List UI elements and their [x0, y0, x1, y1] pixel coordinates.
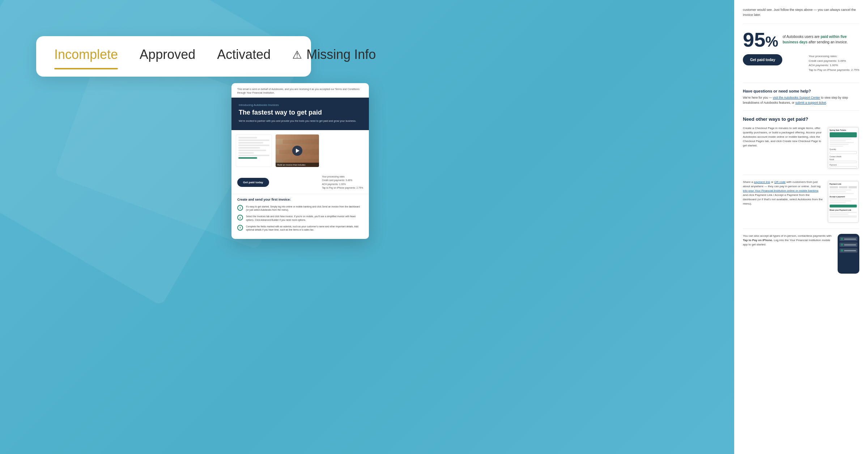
- stat-description-block: of Autobooks users are paid within five …: [783, 30, 859, 45]
- email-hero: Introducing Autobooks Invoices The faste…: [231, 98, 369, 130]
- main-get-paid-button[interactable]: Get paid today: [743, 54, 782, 65]
- tab-approved-label: Approved: [140, 47, 195, 62]
- phone-icon-1: [841, 238, 843, 240]
- payment-link[interactable]: payment link: [754, 180, 770, 184]
- qr-code-link[interactable]: QR code: [774, 180, 786, 184]
- email-video-section: Build an invoice that includes: [231, 130, 369, 171]
- help-support-link[interactable]: visit the Autobooks Support Center: [773, 96, 820, 99]
- email-hero-small-label: Introducing Autobooks Invoices: [239, 103, 362, 107]
- invoice-preview: [236, 134, 272, 167]
- step-3-number: 3: [237, 225, 243, 231]
- help-text-before: We're here for you —: [743, 96, 773, 99]
- payment-link-text-mid: or: [770, 180, 774, 184]
- right-panel-top-text: customer would see. Just follow the step…: [743, 7, 859, 24]
- phone-screen-item-1: [839, 237, 858, 241]
- right-panel: customer would see. Just follow the step…: [734, 0, 868, 454]
- email-rates-label: Your processing rates: [322, 175, 363, 179]
- phone-mock: [838, 234, 859, 274]
- help-section: Have questions or need some help? We're …: [743, 89, 859, 111]
- play-button[interactable]: [292, 146, 302, 156]
- tab-incomplete-label: Incomplete: [54, 47, 118, 62]
- checkout-text: Create a Checkout Page in minutes to sel…: [743, 127, 822, 147]
- stat-percent: %: [765, 34, 778, 50]
- phone-screen-item-3: [839, 248, 858, 253]
- video-caption: Build an invoice that includes: [276, 163, 319, 167]
- warning-icon: ⚠: [292, 48, 302, 61]
- processing-rates-label: Your processing rates:: [809, 54, 859, 59]
- checkout-way-image: Spring Sale Tickets Quantity Contact det…: [827, 126, 859, 170]
- other-ways-title: Need other ways to get paid?: [743, 116, 859, 122]
- email-tap-rate: Tap to Pay on iPhone payments: 2.75%: [322, 186, 363, 190]
- tap-text-before: You can also accept all types of in-pers…: [743, 234, 831, 237]
- step-1-text: It's easy to get started. Simply log int…: [246, 205, 363, 212]
- payment-mock: Payment Link Accept a payment: [828, 181, 859, 223]
- phone-screen-item-2: [839, 243, 858, 247]
- tab-missing-info-label: Missing Info: [306, 47, 376, 62]
- payment-link-text-before: Share a: [743, 180, 754, 184]
- email-cc-rate: Credit card payments: 3.49%: [322, 179, 363, 182]
- help-title: Have questions or need some help?: [743, 89, 859, 93]
- tap-image: [838, 234, 859, 274]
- fi-banking-link[interactable]: into your Your Financial Institution onl…: [743, 189, 818, 192]
- other-ways-section: Need other ways to get paid? Create a Ch…: [743, 116, 859, 274]
- create-section-title: Create and send your first invoice:: [237, 198, 363, 201]
- checkout-way-text: Create a Checkout Page in minutes to sel…: [743, 126, 823, 170]
- payment-link-way-text: Share a payment link or QR code with cus…: [743, 180, 823, 223]
- tab-missing-info[interactable]: ⚠ Missing Info: [292, 47, 376, 66]
- checkout-way: Create a Checkout Page in minutes to sel…: [743, 126, 859, 175]
- step-2-text: Select the Invoices tab and click New in…: [246, 215, 363, 222]
- phone-text-2: [844, 244, 856, 245]
- help-text: We're here for you — visit the Autobooks…: [743, 95, 859, 105]
- step-2: 2 Select the Invoices tab and click New …: [237, 215, 363, 222]
- video-thumbnail[interactable]: Build an invoice that includes: [276, 134, 319, 167]
- phone-text-1: [844, 239, 856, 240]
- email-get-paid-button[interactable]: Get paid today: [237, 178, 269, 187]
- tab-card: Incomplete Approved Activated ⚠ Missing …: [36, 36, 311, 77]
- stat-section: 95% of Autobooks users are paid within f…: [743, 30, 859, 83]
- help-ticket-link[interactable]: submit a support ticket: [795, 101, 826, 104]
- step-2-number: 2: [237, 215, 243, 220]
- stat-desc-after: after sending an invoice.: [808, 40, 848, 44]
- tab-incomplete[interactable]: Incomplete: [54, 47, 118, 66]
- stat-desc-before: of Autobooks users are: [783, 35, 821, 39]
- email-payment-section: Get paid today Your processing rates Cre…: [231, 171, 369, 194]
- email-preview-card: This email is sent on behalf of Autobook…: [231, 83, 369, 239]
- tab-approved[interactable]: Approved: [140, 47, 195, 66]
- step-1: 1 It's easy to get started. Simply log i…: [237, 205, 363, 212]
- processing-row: Get paid today Your processing rates: Cr…: [743, 54, 859, 73]
- step-3-text: Complete the fields marked with an aster…: [246, 225, 363, 232]
- step-3: 3 Complete the fields marked with an ast…: [237, 225, 363, 232]
- phone-text-3: [844, 250, 856, 251]
- step-1-number: 1: [237, 205, 243, 211]
- phone-icon-2: [841, 244, 843, 246]
- help-text-end: .: [826, 101, 827, 104]
- tap-way-text: You can also accept all types of in-pers…: [743, 234, 834, 274]
- email-hero-body: We're excited to partner with you and pr…: [239, 119, 362, 123]
- email-rates-text: Your processing rates Credit card paymen…: [322, 175, 363, 190]
- email-ach-rate: ACH payments: 1.00%: [322, 183, 363, 186]
- processing-rates: Your processing rates: Credit card payme…: [809, 54, 859, 73]
- tap-highlight: Tap to Pay on iPhone.: [743, 239, 773, 242]
- payment-link-way: Share a payment link or QR code with cus…: [743, 180, 859, 229]
- tab-activated-label: Activated: [217, 47, 271, 62]
- play-overlay: [276, 134, 319, 167]
- tab-activated[interactable]: Activated: [217, 47, 271, 66]
- payment-link-way-image: Payment Link Accept a payment: [827, 180, 859, 223]
- processing-cc: Credit card payments: 3.49%: [809, 59, 859, 64]
- email-header-text: This email is sent on behalf of Autobook…: [231, 83, 369, 98]
- phone-icon-3: [841, 249, 843, 252]
- stat-number: 95: [743, 28, 765, 51]
- processing-ach: ACH payments: 1.00%: [809, 63, 859, 68]
- tap-way: You can also accept all types of in-pers…: [743, 234, 859, 274]
- email-create-section: Create and send your first invoice: 1 It…: [231, 194, 369, 239]
- email-hero-title: The fastest way to get paid: [239, 109, 362, 116]
- payment-link-text-after2: and click Payment Link / Accept a Paymen…: [743, 193, 823, 205]
- checkout-mock: Spring Sale Tickets Quantity Contact det…: [828, 127, 859, 169]
- processing-tap: Tap to Pay on iPhone payments: 2.75%: [809, 68, 859, 73]
